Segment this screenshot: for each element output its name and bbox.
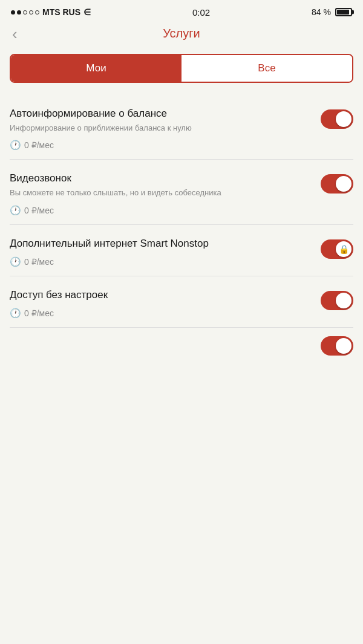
service-name-internet-smart: Дополнительный интернет Smart Nonstop xyxy=(10,237,313,250)
price-value-internet-smart: 0 ₽/мес xyxy=(24,257,54,267)
service-price-access: 🕐 0 ₽/мес xyxy=(10,308,313,319)
toggle-track-internet-smart: 🔒 xyxy=(321,239,353,259)
service-price-internet-smart: 🕐 0 ₽/мес xyxy=(10,256,313,267)
service-list: Автоинформирование о балансе Информирова… xyxy=(0,95,363,358)
price-icon-access: 🕐 xyxy=(10,308,21,319)
price-value-video-call: 0 ₽/мес xyxy=(24,206,54,215)
nav-header: ‹ Услуги xyxy=(0,22,363,48)
toggle-track-access xyxy=(321,291,353,310)
service-content-internet-smart: Дополнительный интернет Smart Nonstop 🕐 … xyxy=(10,237,313,267)
service-name-auto-info: Автоинформирование о балансе xyxy=(10,107,313,120)
price-icon-video-call: 🕐 xyxy=(10,205,21,216)
service-item-access: Доступ без настроек 🕐 0 ₽/мес xyxy=(10,276,353,328)
toggle-video-call[interactable] xyxy=(321,174,353,194)
service-item-video-call: Видеозвонок Вы сможете не только слышать… xyxy=(10,160,353,224)
toggle-thumb-access xyxy=(336,293,352,308)
battery-icon xyxy=(334,8,352,16)
dot-filled-2 xyxy=(17,10,21,15)
service-desc-auto-info: Информирование о приближении баланса к н… xyxy=(10,123,313,134)
dot-empty-2 xyxy=(29,10,33,15)
carrier-name: MTS RUS xyxy=(42,7,80,17)
toggle-track-auto-info xyxy=(321,109,353,129)
battery-percent: 84 % xyxy=(312,7,331,17)
service-content-auto-info: Автоинформирование о балансе Информирова… xyxy=(10,107,313,151)
toggle-auto-info[interactable] xyxy=(321,109,353,129)
back-button[interactable]: ‹ xyxy=(12,26,18,42)
wifi-icon: ∈ xyxy=(83,7,91,17)
dot-empty-1 xyxy=(23,10,27,15)
toggle-track-partial xyxy=(321,336,353,356)
service-item-auto-info: Автоинформирование о балансе Информирова… xyxy=(10,95,353,160)
tab-my[interactable]: Мои xyxy=(11,55,182,82)
service-content-access: Доступ без настроек 🕐 0 ₽/мес xyxy=(10,288,313,319)
toggle-access[interactable] xyxy=(321,291,353,310)
toggle-track-video-call xyxy=(321,174,353,194)
price-value-auto-info: 0 ₽/мес xyxy=(24,140,54,150)
service-price-auto-info: 🕐 0 ₽/мес xyxy=(10,140,313,151)
lock-icon: 🔒 xyxy=(339,245,349,253)
toggle-partial[interactable] xyxy=(321,336,353,356)
toggle-thumb-auto-info xyxy=(336,111,352,127)
status-right: 84 % xyxy=(312,7,352,17)
service-price-video-call: 🕐 0 ₽/мес xyxy=(10,205,313,216)
price-value-access: 0 ₽/мес xyxy=(24,308,54,318)
service-desc-video-call: Вы сможете не только слышать, но и видет… xyxy=(10,187,313,198)
service-name-access: Доступ без настроек xyxy=(10,288,313,302)
toggle-internet-smart[interactable]: 🔒 xyxy=(321,239,353,259)
toggle-thumb-partial xyxy=(336,338,352,354)
price-icon-auto-info: 🕐 xyxy=(10,140,21,151)
signal-dots xyxy=(11,10,39,15)
service-item-internet-smart: Дополнительный интернет Smart Nonstop 🕐 … xyxy=(10,225,353,276)
tab-all[interactable]: Все xyxy=(182,55,352,82)
dot-empty-3 xyxy=(35,10,39,15)
toggle-thumb-internet-smart: 🔒 xyxy=(336,241,352,257)
price-icon-internet-smart: 🕐 xyxy=(10,256,21,267)
page-title: Услуги xyxy=(163,27,200,41)
service-name-video-call: Видеозвонок xyxy=(10,172,313,185)
service-item-partial xyxy=(10,328,353,358)
status-left: MTS RUS ∈ xyxy=(11,7,91,17)
status-time: 0:02 xyxy=(192,7,210,18)
service-content-video-call: Видеозвонок Вы сможете не только слышать… xyxy=(10,172,313,215)
toggle-thumb-video-call xyxy=(336,176,352,192)
status-bar: MTS RUS ∈ 0:02 84 % xyxy=(0,0,363,22)
dot-filled-1 xyxy=(11,10,15,15)
tab-bar: Мои Все xyxy=(10,54,353,83)
